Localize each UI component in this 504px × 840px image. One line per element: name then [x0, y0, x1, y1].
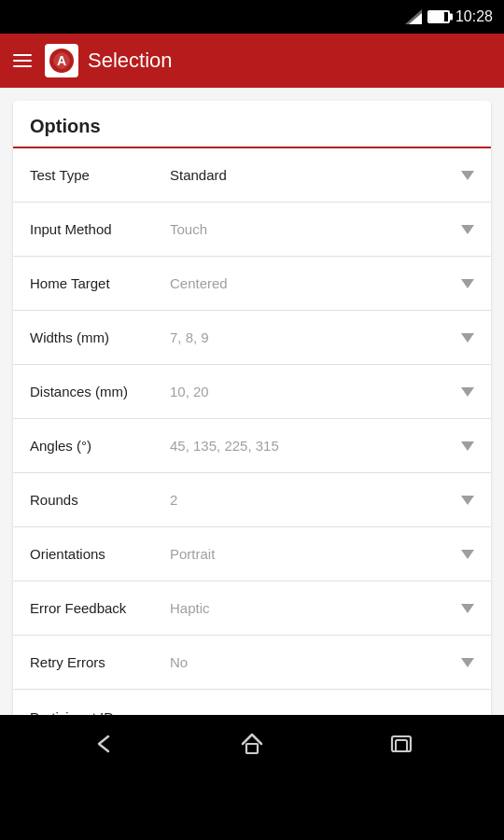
recents-button[interactable]: [381, 723, 422, 764]
option-row-retry-errors[interactable]: Retry Errors No: [13, 636, 491, 690]
recents-icon: [388, 731, 414, 757]
battery-icon: [427, 10, 450, 23]
dropdown-arrow-error-feedback: [461, 604, 474, 613]
option-label-input-method: Input Method: [30, 221, 170, 237]
menu-icon[interactable]: [13, 54, 32, 67]
svg-rect-4: [246, 744, 258, 753]
svg-text:A: A: [57, 53, 66, 68]
option-label-widths: Widths (mm): [30, 329, 170, 345]
option-value-distances: 10, 20: [170, 384, 461, 399]
options-card: Options Test Type Standard Input Method …: [13, 101, 491, 715]
option-value-angles: 45, 135, 225, 315: [170, 438, 461, 454]
home-button[interactable]: [231, 723, 273, 764]
dropdown-arrow-test-type: [461, 171, 474, 180]
option-row-input-method[interactable]: Input Method Touch: [13, 203, 491, 257]
dropdown-arrow-widths: [461, 333, 474, 343]
option-label-home-target: Home Target: [30, 275, 170, 291]
option-value-test-type: Standard: [170, 167, 461, 183]
svg-rect-6: [396, 740, 407, 751]
option-value-rounds: 2: [170, 492, 461, 508]
option-row-distances[interactable]: Distances (mm) 10, 20: [13, 365, 491, 419]
option-label-orientations: Orientations: [30, 546, 170, 562]
option-row-error-feedback[interactable]: Error Feedback Haptic: [13, 581, 491, 636]
participant-id-input[interactable]: [170, 709, 474, 716]
option-row-orientations[interactable]: Orientations Portrait: [13, 527, 491, 581]
option-label-distances: Distances (mm): [30, 384, 170, 399]
app-header: A Selection: [0, 34, 504, 88]
header-title: Selection: [88, 49, 173, 73]
option-value-widths: 7, 8, 9: [170, 329, 461, 345]
status-bar: 10:28: [0, 0, 504, 34]
option-value-input-method: Touch: [170, 221, 461, 237]
dropdown-arrow-orientations: [461, 550, 474, 559]
app-logo: A: [45, 44, 78, 77]
option-label-error-feedback: Error Feedback: [30, 600, 170, 616]
header-left: A Selection: [13, 44, 173, 77]
option-value-home-target: Centered: [170, 275, 461, 291]
option-label-participant-id: Participant ID: [30, 709, 170, 716]
option-row-participant-id[interactable]: Participant ID: [13, 690, 491, 715]
option-row-test-type[interactable]: Test Type Standard: [13, 148, 491, 203]
dropdown-arrow-rounds: [461, 496, 474, 505]
back-icon: [90, 731, 116, 757]
dropdown-arrow-distances: [461, 387, 474, 397]
option-row-widths[interactable]: Widths (mm) 7, 8, 9: [13, 311, 491, 365]
nav-bar: [0, 715, 504, 773]
signal-icon: [405, 9, 422, 24]
dropdown-arrow-input-method: [461, 225, 474, 234]
status-icons: 10:28: [405, 8, 493, 25]
option-label-test-type: Test Type: [30, 167, 170, 183]
dropdown-arrow-retry-errors: [461, 658, 474, 667]
option-row-angles[interactable]: Angles (°) 45, 135, 225, 315: [13, 419, 491, 473]
option-value-error-feedback: Haptic: [170, 600, 461, 616]
option-row-home-target[interactable]: Home Target Centered: [13, 257, 491, 311]
dropdown-arrow-angles: [461, 441, 474, 451]
option-value-retry-errors: No: [170, 654, 461, 670]
home-icon: [239, 731, 265, 757]
option-row-rounds[interactable]: Rounds 2: [13, 473, 491, 527]
option-label-retry-errors: Retry Errors: [30, 654, 170, 670]
options-title: Options: [13, 116, 491, 148]
status-time: 10:28: [455, 8, 493, 25]
back-button[interactable]: [82, 723, 123, 764]
option-value-orientations: Portrait: [170, 546, 461, 562]
option-label-angles: Angles (°): [30, 438, 170, 454]
main-content: Options Test Type Standard Input Method …: [0, 88, 504, 715]
option-label-rounds: Rounds: [30, 492, 170, 508]
dropdown-arrow-home-target: [461, 279, 474, 288]
